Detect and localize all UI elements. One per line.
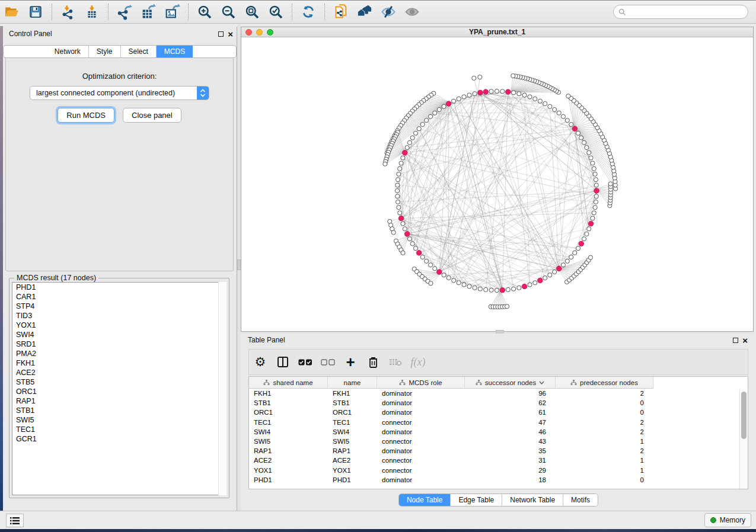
table-cell[interactable]: SWI5 bbox=[249, 438, 328, 445]
mcds-result-item[interactable]: FKH1 bbox=[12, 358, 226, 368]
zoom-fit-button[interactable] bbox=[240, 2, 264, 22]
network-canvas[interactable] bbox=[241, 37, 753, 331]
table-cell[interactable]: connector bbox=[377, 438, 465, 445]
delete-column-button[interactable] bbox=[362, 351, 384, 373]
table-cell[interactable]: 1 bbox=[556, 457, 653, 464]
table-cell[interactable]: STB1 bbox=[328, 399, 377, 406]
run-mcds-button[interactable]: Run MCDS bbox=[58, 108, 114, 123]
mcds-result-item[interactable]: TEC1 bbox=[12, 425, 226, 434]
float-panel-icon[interactable] bbox=[733, 338, 738, 343]
function-builder-button[interactable]: f(x) bbox=[407, 351, 429, 373]
table-row[interactable]: ACE2ACE2connector311 bbox=[249, 456, 748, 465]
table-cell[interactable]: 18 bbox=[465, 476, 556, 483]
tab-network[interactable]: Network bbox=[47, 46, 89, 57]
tab-mcds[interactable]: MCDS bbox=[157, 46, 193, 57]
mcds-result-item[interactable]: PHD1 bbox=[12, 283, 226, 292]
export-network-button[interactable] bbox=[113, 2, 136, 22]
zoom-out-button[interactable] bbox=[216, 2, 240, 22]
table-cell[interactable]: STB1 bbox=[249, 399, 328, 406]
table-row[interactable]: PHD1PHD1dominator180 bbox=[249, 475, 748, 485]
table-row[interactable]: SWI5SWI5connector431 bbox=[249, 437, 748, 446]
table-cell[interactable]: FKH1 bbox=[249, 390, 328, 397]
table-cell[interactable]: 0 bbox=[556, 409, 653, 416]
memory-button[interactable]: Memory bbox=[704, 513, 751, 527]
close-panel-icon[interactable]: × bbox=[228, 31, 233, 37]
column-header-predecessor-nodes[interactable]: predecessor nodes bbox=[556, 377, 653, 389]
refresh-button[interactable] bbox=[296, 2, 320, 22]
table-cell[interactable]: SWI4 bbox=[249, 428, 328, 435]
table-cell[interactable]: ORC1 bbox=[328, 409, 377, 416]
export-image-button[interactable] bbox=[160, 2, 184, 22]
create-column-button[interactable]: + bbox=[339, 351, 362, 373]
column-header-name[interactable]: name bbox=[328, 377, 377, 389]
table-cell[interactable]: 46 bbox=[465, 428, 556, 435]
table-cell[interactable]: ORC1 bbox=[249, 409, 328, 416]
network-window-titlebar[interactable]: YPA_prune.txt_1 bbox=[241, 27, 753, 37]
close-panel-button[interactable]: Close panel bbox=[123, 108, 181, 123]
table-cell[interactable]: dominator bbox=[377, 476, 465, 483]
table-cell[interactable]: 29 bbox=[465, 467, 556, 474]
table-cell[interactable]: TEC1 bbox=[249, 419, 328, 426]
table-cell[interactable]: dominator bbox=[377, 409, 465, 416]
open-file-button[interactable] bbox=[0, 2, 24, 22]
table-cell[interactable]: 62 bbox=[465, 399, 556, 406]
table-row[interactable]: SWI4SWI4dominator462 bbox=[249, 427, 748, 437]
table-cell[interactable]: TEC1 bbox=[328, 419, 377, 426]
clone-network-button[interactable] bbox=[329, 2, 353, 22]
table-cell[interactable]: FKH1 bbox=[328, 390, 377, 397]
deselect-all-columns-button[interactable] bbox=[317, 351, 339, 373]
search-input[interactable] bbox=[626, 8, 743, 16]
zoom-selected-button[interactable] bbox=[264, 2, 288, 22]
table-cell[interactable]: 0 bbox=[556, 476, 653, 483]
table-cell[interactable]: SWI4 bbox=[328, 428, 377, 435]
show-columns-button[interactable] bbox=[272, 351, 294, 373]
tab-edge-table[interactable]: Edge Table bbox=[451, 494, 502, 506]
mcds-result-item[interactable]: STB1 bbox=[12, 406, 226, 415]
table-cell[interactable]: dominator bbox=[377, 390, 465, 397]
import-table-button[interactable] bbox=[80, 2, 104, 22]
table-cell[interactable]: 61 bbox=[465, 409, 556, 416]
mcds-result-item[interactable]: SWI5 bbox=[12, 415, 226, 425]
mcds-result-item[interactable]: STB5 bbox=[12, 377, 226, 387]
tab-motifs[interactable]: Motifs bbox=[563, 494, 598, 506]
column-header-shared-name[interactable]: shared name bbox=[249, 377, 328, 389]
table-cell[interactable]: ACE2 bbox=[249, 457, 328, 464]
show-all-button[interactable] bbox=[400, 2, 424, 22]
table-row[interactable]: YOX1YOX1connector291 bbox=[249, 466, 748, 475]
mcds-result-item[interactable]: STP4 bbox=[12, 302, 226, 311]
table-cell[interactable]: 1 bbox=[556, 467, 653, 474]
column-header-successor-nodes[interactable]: successor nodes bbox=[465, 377, 556, 389]
zoom-in-button[interactable] bbox=[193, 2, 216, 22]
close-panel-icon[interactable]: × bbox=[742, 338, 748, 343]
table-cell[interactable]: 2 bbox=[556, 447, 653, 454]
table-cell[interactable]: PHD1 bbox=[249, 476, 328, 483]
table-cell[interactable]: connector bbox=[377, 457, 465, 464]
mcds-result-item[interactable]: ORC1 bbox=[12, 387, 226, 396]
save-session-button[interactable] bbox=[24, 2, 47, 22]
mcds-result-item[interactable]: SRD1 bbox=[12, 339, 226, 349]
table-scrollbar[interactable] bbox=[739, 389, 748, 489]
mcds-result-item[interactable]: YOX1 bbox=[12, 321, 226, 330]
table-cell[interactable]: 2 bbox=[556, 390, 653, 397]
table-settings-button[interactable]: ⚙ bbox=[249, 351, 272, 373]
search-box[interactable] bbox=[613, 5, 748, 19]
table-cell[interactable]: 2 bbox=[556, 428, 653, 435]
mcds-result-item[interactable]: CAR1 bbox=[12, 292, 226, 302]
table-row[interactable]: RAP1RAP1dominator352 bbox=[249, 446, 748, 456]
column-header-MCDS-role[interactable]: MCDS role bbox=[377, 377, 465, 389]
import-network-button[interactable] bbox=[56, 2, 80, 22]
table-row[interactable]: STB1STB1dominator620 bbox=[249, 398, 748, 408]
float-panel-icon[interactable] bbox=[218, 31, 224, 37]
tab-node-table[interactable]: Node Table bbox=[399, 494, 451, 506]
table-cell[interactable]: PHD1 bbox=[328, 476, 377, 483]
table-cell[interactable]: 47 bbox=[465, 419, 556, 426]
tab-network-table[interactable]: Network Table bbox=[502, 494, 563, 506]
mcds-result-item[interactable]: TID3 bbox=[12, 311, 226, 321]
table-cell[interactable]: RAP1 bbox=[249, 447, 328, 454]
table-cell[interactable]: 43 bbox=[465, 438, 556, 445]
task-history-button[interactable] bbox=[6, 514, 24, 527]
table-cell[interactable]: connector bbox=[377, 467, 465, 474]
table-cell[interactable]: 2 bbox=[556, 419, 653, 426]
mcds-result-item[interactable]: ACE2 bbox=[12, 368, 226, 377]
table-cell[interactable]: dominator bbox=[377, 428, 465, 435]
